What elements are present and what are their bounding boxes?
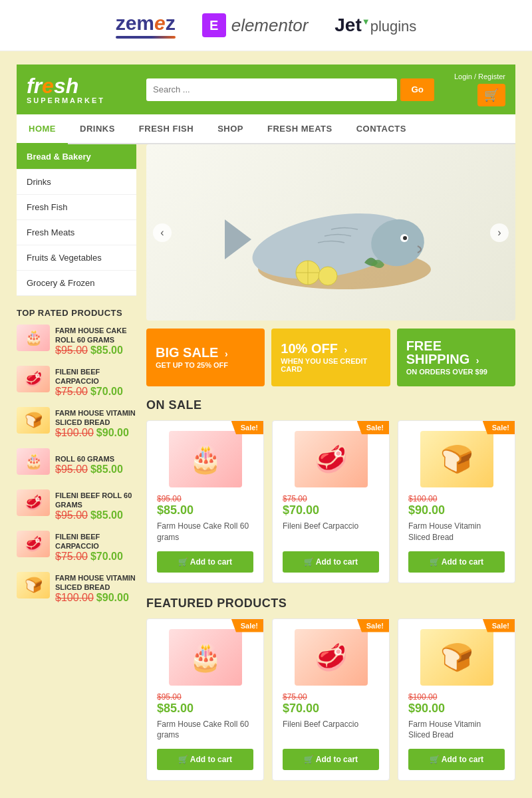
featured-product-2-image: 🥩 <box>295 629 368 686</box>
rated-product-6-image: 🥩 <box>17 531 50 557</box>
rated-product-1-name: FARM HOUSE CAKE ROLL 60 GRAMS <box>55 326 136 345</box>
on-sale-product-1-name: Farm House Cake Roll 60 grams <box>157 521 253 543</box>
jetplugins-logo: Jet▼plugins <box>334 15 416 36</box>
plugins-text: plugins <box>370 18 417 35</box>
rated-product-4-old-price: $95.00 <box>55 464 88 475</box>
promo-10-off-subtitle: WHEN YOU USE CREDIT CARD <box>281 357 380 373</box>
rated-product-6-old-price: $75.00 <box>55 551 88 562</box>
rated-product-2-old-price: $75.00 <box>55 386 88 397</box>
nav-item-drinks[interactable]: DRINKS <box>68 114 127 143</box>
on-sale-product-1-image: 🎂 <box>169 431 242 487</box>
rated-product-6: 🥩 FILENI BEEF CARPACCIO $75.00$70.00 <box>17 531 136 564</box>
promo-free-shipping[interactable]: FREE SHIPPING › ON ORDERS OVER $99 <box>397 329 515 386</box>
rated-product-7-image: 🍞 <box>17 572 50 598</box>
featured-product-1-name: Farm House Cake Roll 60 grams <box>157 719 253 741</box>
sidebar-menu: Bread & Bakery Drinks Fresh Fish Fresh M… <box>17 144 136 296</box>
rated-product-2: 🥩 FILENI BEEF CARPACCIO $75.00$70.00 <box>17 366 136 399</box>
rated-product-1-new-price: $85.00 <box>90 344 123 356</box>
on-sale-product-2-name: Fileni Beef Carpaccio <box>283 521 358 543</box>
elementor-text: elementor <box>231 15 309 36</box>
sidebar-item-fruits-vegetables[interactable]: Fruits & Vegetables <box>17 245 136 271</box>
site-wrapper: fresh SUPERMARKET Go Login / Register 🛒 … <box>0 51 532 798</box>
rated-product-1: 🎂 FARM HOUSE CAKE ROLL 60 GRAMS $95.00$8… <box>17 325 136 358</box>
on-sale-product-2-old-price: $75.00 <box>283 494 307 503</box>
featured-product-3-name: Farm House Vitamin Sliced Bread <box>408 719 505 741</box>
go-button[interactable]: Go <box>400 78 434 101</box>
logo-supermarket: SUPERMARKET <box>27 96 105 104</box>
on-sale-product-1-new-price: $85.00 <box>157 503 194 517</box>
content-area: Bread & Bakery Drinks Fresh Fish Fresh M… <box>17 144 515 794</box>
nav-item-contacts[interactable]: CONTACTS <box>344 114 418 143</box>
on-sale-product-3-image: 🍞 <box>420 431 493 487</box>
rated-product-5-image: 🥩 <box>17 489 50 516</box>
featured-badge-1: Sale! <box>231 619 263 632</box>
sidebar-item-drinks[interactable]: Drinks <box>17 170 136 195</box>
on-sale-add-to-cart-1[interactable]: 🛒 Add to cart <box>157 551 253 573</box>
sidebar-item-fresh-fish[interactable]: Fresh Fish <box>17 195 136 220</box>
rated-product-5-new-price: $85.00 <box>90 509 123 521</box>
header-right: Login / Register 🛒 <box>444 72 515 106</box>
promo-big-sale[interactable]: BIG SALE › GET UP TO 25% OFF <box>146 329 265 386</box>
rated-product-6-new-price: $70.00 <box>90 551 123 562</box>
main-nav: HOME DRINKS FRESH FISH SHOP FRESH MEATS … <box>17 114 515 144</box>
logo-block: fresh SUPERMARKET <box>17 65 136 114</box>
featured-product-3: Sale! 🍞 $100.00 $90.00 Farm House Vitami… <box>398 618 515 781</box>
featured-product-3-new-price: $90.00 <box>408 702 445 716</box>
rated-product-5: 🥩 FILENI BEEF ROLL 60 GRAMS $95.00$85.00 <box>17 489 136 523</box>
search-input[interactable] <box>146 78 397 101</box>
on-sale-product-3: Sale! 🍞 $100.00 $90.00 Farm House Vitami… <box>398 420 515 583</box>
featured-badge-2: Sale! <box>357 619 389 632</box>
hero-fish-image <box>146 144 515 321</box>
featured-add-to-cart-3[interactable]: 🛒 Add to cart <box>408 749 505 770</box>
featured-product-2-old-price: $75.00 <box>283 692 307 702</box>
nav-item-shop[interactable]: SHOP <box>205 114 255 143</box>
jet-text: Jet <box>334 15 361 35</box>
rated-product-3: 🍞 FARM HOUSE VITAMIN SLICED BREAD $100.0… <box>17 407 136 440</box>
on-sale-product-3-new-price: $90.00 <box>408 503 445 517</box>
promo-free-shipping-title: FREE SHIPPING › <box>406 339 506 366</box>
promo-big-sale-subtitle: GET UP TO 25% OFF <box>156 361 255 369</box>
featured-add-to-cart-2[interactable]: 🛒 Add to cart <box>283 749 379 770</box>
promo-free-shipping-subtitle: ON ORDERS OVER $99 <box>406 368 506 376</box>
on-sale-product-2-new-price: $70.00 <box>283 503 319 517</box>
rated-product-3-image: 🍞 <box>17 407 50 434</box>
featured-product-1-new-price: $85.00 <box>157 702 194 716</box>
main-content: ‹ › BIG SALE › GET UP TO 25% OFF 10% OFF… <box>146 144 515 794</box>
on-sale-product-3-name: Farm House Vitamin Sliced Bread <box>408 521 505 543</box>
rated-product-3-old-price: $100.00 <box>55 427 94 438</box>
sidebar-item-grocery-frozen[interactable]: Grocery & Frozen <box>17 271 136 296</box>
featured-grid: Sale! 🎂 $95.00 $85.00 Farm House Cake Ro… <box>146 618 515 781</box>
rated-product-2-name: FILENI BEEF CARPACCIO <box>55 367 136 386</box>
zemes-underline <box>116 36 176 39</box>
zemes-logo: zemez <box>116 12 176 39</box>
nav-item-fresh-meats[interactable]: FRESH MEATS <box>255 114 344 143</box>
rated-product-4-image: 🎂 <box>17 448 50 475</box>
hero-slider: ‹ › <box>146 144 515 321</box>
sidebar-item-fresh-meats[interactable]: Fresh Meats <box>17 220 136 245</box>
fish-svg <box>198 166 464 299</box>
promo-10-off[interactable]: 10% OFF › WHEN YOU USE CREDIT CARD <box>271 329 390 386</box>
sidebar-item-bread-bakery[interactable]: Bread & Bakery <box>17 144 136 170</box>
top-rated-title: TOP RATED PRODUCTS <box>17 308 136 318</box>
slider-prev-button[interactable]: ‹ <box>153 223 172 242</box>
rated-product-7-old-price: $100.00 <box>55 592 94 603</box>
on-sale-add-to-cart-3[interactable]: 🛒 Add to cart <box>408 551 505 573</box>
login-link[interactable]: Login / Register <box>454 72 505 80</box>
on-sale-product-2-image: 🥩 <box>295 431 368 487</box>
svg-point-4 <box>403 236 407 240</box>
featured-title: FEATURED PRODUCTS <box>146 597 515 610</box>
rated-product-1-old-price: $95.00 <box>55 344 88 356</box>
cart-button[interactable]: 🛒 <box>477 84 505 106</box>
rated-product-4: 🎂 ROLL 60 GRAMS $95.00$85.00 <box>17 448 136 481</box>
nav-item-home[interactable]: HOME <box>17 114 68 144</box>
rated-product-4-new-price: $85.00 <box>90 464 123 475</box>
zemes-z1: z <box>116 12 126 34</box>
on-sale-add-to-cart-2[interactable]: 🛒 Add to cart <box>283 551 379 573</box>
nav-item-fresh-fish[interactable]: FRESH FISH <box>127 114 205 143</box>
on-sale-badge-2: Sale! <box>357 421 389 434</box>
featured-add-to-cart-1[interactable]: 🛒 Add to cart <box>157 749 253 770</box>
rated-product-7: 🍞 FARM HOUSE VITAMIN SLICED BREAD $100.0… <box>17 572 136 605</box>
slider-next-button[interactable]: › <box>490 223 509 242</box>
featured-product-3-image: 🍞 <box>420 629 493 686</box>
zemes-e: e <box>154 12 166 34</box>
